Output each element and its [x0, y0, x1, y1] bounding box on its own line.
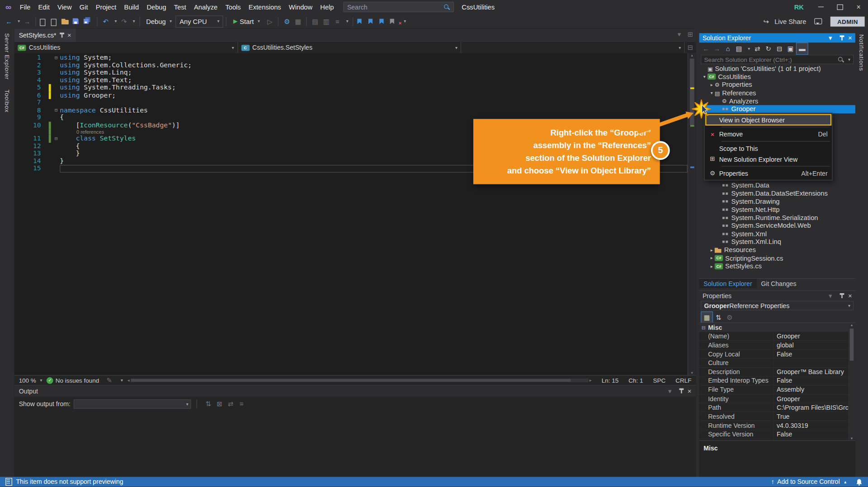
account-avatar[interactable]: RK: [794, 3, 804, 11]
pin-tab-icon[interactable]: [59, 32, 65, 39]
menu-analyze[interactable]: Analyze: [190, 0, 221, 14]
preview-selected-items-icon[interactable]: ▬: [796, 42, 808, 55]
code-cleanup-icon[interactable]: ✎: [104, 375, 114, 386]
next-bookmark-icon[interactable]: [378, 18, 389, 25]
pin-panel-icon[interactable]: [679, 388, 684, 394]
menu-help[interactable]: Help: [316, 0, 338, 14]
wrap-text-icon[interactable]: ⇄: [225, 398, 236, 409]
window-position-icon[interactable]: ▾: [825, 290, 835, 301]
collapse-all-icon[interactable]: ⊟: [774, 43, 785, 54]
tree-item-grooper[interactable]: Grooper: [699, 105, 855, 113]
menu-item-scope-to-this[interactable]: Scope to This: [706, 143, 831, 154]
member-dropdown[interactable]: ▾: [461, 42, 684, 53]
scrollbar-track[interactable]: [131, 379, 588, 383]
tree-item-system-drawing[interactable]: System.Drawing: [699, 197, 855, 206]
scroll-up-icon[interactable]: ▴: [691, 53, 693, 58]
property-row-file-type[interactable]: File TypeAssembly: [699, 385, 848, 394]
fold-marker-icon[interactable]: ⊟: [52, 54, 60, 62]
menu-test[interactable]: Test: [170, 0, 190, 14]
code-line[interactable]: 4using System.Text;: [14, 77, 696, 84]
code-line[interactable]: 2using System.Collections.Generic;: [14, 62, 696, 70]
tree-item-system-net-http[interactable]: System.Net.Http: [699, 206, 855, 214]
line-options-dropdown-icon[interactable]: ▾: [344, 16, 350, 27]
output-panel-titlebar[interactable]: Output ▾ ×: [14, 385, 696, 396]
properties-object-dropdown[interactable]: Grooper Reference Properties ▾: [701, 301, 854, 310]
tab-solution-explorer[interactable]: Solution Explorer: [699, 279, 757, 288]
fold-marker-icon[interactable]: ⊟: [52, 107, 60, 114]
menu-item-remove[interactable]: ×RemoveDel: [706, 129, 831, 139]
navigate-backward-dropdown-icon[interactable]: ▾: [16, 16, 22, 27]
indent-increase-icon[interactable]: ▥: [321, 16, 332, 27]
tree-item-references[interactable]: ▾▤References: [699, 89, 855, 97]
zoom-dropdown[interactable]: 100 % ▾: [19, 377, 42, 384]
scrollbar-thumb[interactable]: [131, 379, 571, 382]
refresh-icon[interactable]: ↻: [763, 43, 774, 54]
menu-extensions[interactable]: Extensions: [245, 0, 285, 14]
close-icon[interactable]: ×: [848, 34, 852, 42]
tree-item-system-data[interactable]: System.Data: [699, 182, 855, 190]
add-to-source-control-button[interactable]: ↑ Add to Source Control ▴: [771, 478, 846, 485]
property-row-description[interactable]: DescriptionGrooper™ Base Library: [699, 368, 848, 377]
indent-decrease-icon[interactable]: ▤: [310, 16, 321, 27]
properties-scrollbar[interactable]: ▴ ▾: [848, 323, 855, 441]
menu-item-properties[interactable]: ⚙PropertiesAlt+Enter: [706, 168, 831, 178]
scroll-left-icon[interactable]: ◂: [127, 378, 130, 383]
document-tab[interactable]: SetStyles.cs* ×: [14, 29, 76, 42]
menu-edit[interactable]: Edit: [34, 0, 53, 14]
solution-search-input[interactable]: Search Solution Explorer (Ctrl+;) ▾: [701, 55, 854, 64]
scroll-down-icon[interactable]: ▾: [691, 370, 693, 375]
menu-window[interactable]: Window: [285, 0, 316, 14]
code-line[interactable]: 7: [14, 99, 696, 107]
window-position-icon[interactable]: ▾: [825, 33, 835, 43]
save-icon[interactable]: [72, 18, 83, 25]
clear-all-icon[interactable]: ⊠: [214, 398, 225, 409]
attach-to-process-icon[interactable]: ⚙: [282, 16, 292, 27]
home-icon[interactable]: ⌂: [722, 43, 733, 54]
tree-item-system-xml-linq[interactable]: System.Xml.Linq: [699, 238, 855, 246]
tree-item-analyzers[interactable]: ⚙Analyzers: [699, 97, 855, 105]
type-dropdown[interactable]: C CssUtilities.SetStyles ▾: [238, 42, 461, 53]
property-row-culture[interactable]: Culture: [699, 359, 848, 368]
code-line[interactable]: 3using System.Linq;: [14, 69, 696, 77]
alphabetical-icon[interactable]: ⇅: [713, 312, 724, 323]
tree-item-cssutilities[interactable]: ▾C#CssUtilities: [699, 73, 855, 81]
bookmark-options-dropdown-icon[interactable]: ▾: [402, 16, 408, 27]
switch-views-dropdown-icon[interactable]: ▾: [746, 43, 752, 54]
notifications-bell-icon[interactable]: [856, 478, 863, 486]
code-line[interactable]: 8⊟namespace CssUtilities: [14, 107, 696, 114]
menu-item-view-in-object-browser[interactable]: View in Object Browser: [706, 114, 831, 125]
close-tab-icon[interactable]: ×: [67, 32, 71, 39]
code-editor[interactable]: 1⊟using System;2using System.Collections…: [14, 53, 696, 375]
collapsed-icon[interactable]: ▸: [708, 82, 714, 87]
sync-with-active-document-icon[interactable]: ⇄: [752, 43, 763, 54]
tab-toolbox[interactable]: Toolbox: [4, 89, 11, 112]
code-line[interactable]: 6using Grooper;: [14, 92, 696, 99]
menu-view[interactable]: View: [53, 0, 75, 14]
undo-icon[interactable]: ↶: [100, 16, 111, 27]
scrollbar-thumb[interactable]: [850, 328, 854, 361]
expanded-icon[interactable]: ▾: [708, 90, 714, 95]
add-new-item-icon[interactable]: [50, 18, 61, 25]
tab-list-dropdown-icon[interactable]: ▾: [674, 29, 684, 40]
menu-tools[interactable]: Tools: [222, 0, 245, 14]
collapse-category-icon[interactable]: ⊟: [699, 325, 708, 330]
redo-icon[interactable]: ↷: [118, 16, 129, 27]
scroll-right-icon[interactable]: ▸: [590, 378, 592, 383]
tree-item-setstyles-cs[interactable]: ▸C#SetStyles.cs: [699, 262, 855, 270]
tree-item-properties[interactable]: ▸⚙Properties: [699, 81, 855, 89]
menu-git[interactable]: Git: [75, 0, 92, 14]
menu-item-new-solution-explorer-view[interactable]: ⊞New Solution Explorer View: [706, 154, 831, 164]
solution-configurations-dropdown[interactable]: Debug▾: [143, 16, 175, 27]
close-icon[interactable]: ×: [848, 292, 852, 300]
code-line[interactable]: 1⊟using System;: [14, 54, 696, 62]
solution-explorer-titlebar[interactable]: Solution Explorer ▾ ×: [699, 33, 855, 42]
clear-bookmarks-icon[interactable]: [389, 18, 400, 25]
close-panel-icon[interactable]: ×: [688, 387, 692, 395]
toggle-bookmark-icon[interactable]: [356, 18, 367, 25]
tree-item-resources[interactable]: ▸Resources: [699, 246, 855, 254]
start-without-debugging-icon[interactable]: ▷: [264, 16, 275, 27]
property-row-specific-version[interactable]: Specific VersionFalse: [699, 430, 848, 439]
tree-item-system-xml[interactable]: System.Xml: [699, 230, 855, 238]
minimize-button[interactable]: [811, 0, 830, 14]
navigate-backward-icon[interactable]: ←: [3, 16, 14, 27]
